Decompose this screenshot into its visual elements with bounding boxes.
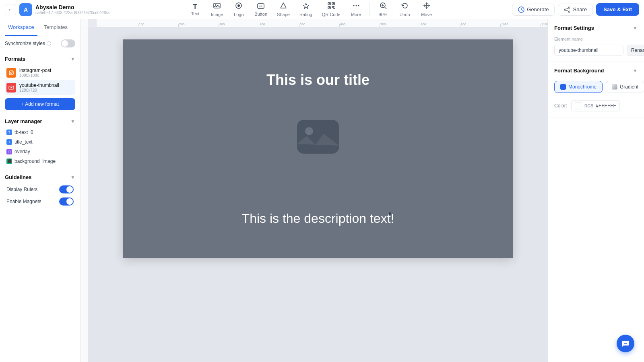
- ruler-line-1100: [541, 24, 541, 27]
- format-instagram[interactable]: instagram-post 1080x1080: [5, 65, 75, 80]
- format-settings-header[interactable]: Format Settings ▼: [548, 19, 644, 37]
- svg-point-16: [353, 5, 354, 6]
- layers-header[interactable]: Layer manager ▼: [5, 118, 75, 124]
- topbar-right: Generate Share Save & Exit: [512, 3, 639, 16]
- color-label: Color:: [554, 103, 567, 109]
- format-settings-section: Format Settings ▼ Element name Rename: [548, 19, 644, 62]
- ruler-line-1000: [500, 24, 501, 27]
- layer-background-image[interactable]: ⬛ background_image: [5, 156, 75, 166]
- chat-fab-button[interactable]: [617, 335, 634, 352]
- ruler-line-600: [339, 24, 340, 27]
- main-area: Workspace Templates Synchronize styles ⓘ…: [0, 19, 644, 362]
- color-preview-box[interactable]: RGB #FFFFFF: [571, 100, 620, 111]
- layer-tb-text-0[interactable]: T tb-text_0: [5, 128, 75, 137]
- move-icon: [423, 2, 430, 11]
- instagram-format-icon: [6, 68, 16, 78]
- bg-type-gradient[interactable]: Gradient: [606, 81, 644, 93]
- youtube-format-icon: [6, 83, 16, 93]
- ruler-mark-100: 100: [139, 23, 144, 26]
- canvas-scroll[interactable]: This is our title This is the descriptio…: [89, 27, 547, 362]
- ruler-corner: [80, 19, 89, 27]
- layers-title: Layer manager: [5, 118, 42, 124]
- format-youtube[interactable]: youtube-thumbnail 1280x720: [5, 80, 75, 95]
- svg-rect-9: [329, 3, 330, 4]
- guidelines-header[interactable]: Guidelines ▼: [5, 174, 75, 180]
- sidebar-left: Workspace Templates Synchronize styles ⓘ…: [0, 19, 80, 362]
- qrcode-icon: [328, 2, 335, 11]
- save-exit-button[interactable]: Save & Exit: [596, 3, 639, 16]
- layer-dot-tb-text-0: T: [6, 130, 12, 135]
- toolbar-text-label: Text: [191, 11, 199, 16]
- format-instagram-label: instagram-post 1080x1080: [19, 68, 51, 78]
- share-button[interactable]: Share: [558, 4, 593, 16]
- tab-workspace[interactable]: Workspace: [5, 19, 37, 36]
- svg-point-37: [625, 343, 626, 344]
- toolbar-undo[interactable]: Undo: [395, 0, 415, 19]
- svg-point-26: [564, 9, 566, 10]
- canvas-description-text[interactable]: This is the description text!: [123, 211, 513, 226]
- toolbar-button[interactable]: Button: [250, 1, 271, 18]
- toolbar-qrcode[interactable]: QR Code: [318, 0, 345, 19]
- format-background-header[interactable]: Format Background ▼: [548, 62, 644, 79]
- layer-overlay[interactable]: ◻ overlay: [5, 147, 75, 156]
- ruler-line-200: [178, 24, 179, 27]
- bg-type-monochrome[interactable]: Monochrome: [554, 81, 603, 93]
- app-title-block: Abysale Demo ca6eb617-6f03-422a-8002-062…: [35, 4, 109, 15]
- topbar: ← A Abysale Demo ca6eb617-6f03-422a-8002…: [0, 0, 644, 19]
- svg-point-18: [358, 5, 359, 6]
- add-format-button[interactable]: + Add new format: [5, 98, 75, 110]
- app-title-sub: ca6eb617-6f03-422a-8002-0620cdc4f48a: [35, 10, 109, 15]
- app-title-main: Abysale Demo: [35, 4, 109, 10]
- formats-section: Formats ▼ instagram-post 1080x1080 youtu…: [0, 51, 80, 113]
- svg-line-27: [566, 8, 568, 9]
- display-rulers-toggle[interactable]: [59, 185, 74, 193]
- toolbar-rating[interactable]: Rating: [295, 0, 316, 19]
- svg-rect-0: [214, 3, 220, 8]
- toolbar-zoom[interactable]: 90%: [373, 0, 393, 19]
- sync-styles-toggle[interactable]: [61, 39, 75, 47]
- toolbar-image[interactable]: Image: [207, 0, 227, 19]
- element-name-input[interactable]: [554, 45, 623, 56]
- rating-icon: [302, 2, 310, 11]
- format-youtube-label: youtube-thumbnail 1280x720: [19, 82, 59, 93]
- layer-dot-title-text: T: [6, 139, 12, 145]
- formats-chevron: ▼: [70, 56, 75, 62]
- tab-templates[interactable]: Templates: [41, 19, 71, 36]
- svg-rect-34: [297, 120, 339, 154]
- canvas-title-text[interactable]: This is our title: [123, 72, 513, 88]
- layers-chevron: ▼: [70, 119, 75, 124]
- button-icon: [257, 2, 264, 11]
- toolbar-move[interactable]: Move: [417, 0, 437, 19]
- enable-magnets-row: Enable Magnets: [5, 195, 75, 208]
- bg-type-row: Monochrome Gradient: [548, 79, 644, 99]
- toolbar-more[interactable]: More: [346, 0, 366, 19]
- layer-title-text-label: title_text: [14, 139, 33, 145]
- svg-line-28: [566, 10, 568, 11]
- layer-title-text[interactable]: T title_text: [5, 137, 75, 147]
- color-type-badge: RGB: [584, 104, 593, 108]
- toolbar-shape[interactable]: Shape: [273, 0, 294, 19]
- rename-button[interactable]: Rename: [627, 45, 644, 56]
- layer-dot-bg-image: ⬛: [6, 158, 12, 164]
- generate-button[interactable]: Generate: [512, 4, 555, 16]
- sync-styles-label: Synchronize styles ⓘ: [5, 41, 51, 47]
- canvas-image-placeholder: [294, 117, 342, 157]
- ruler-line-800: [420, 24, 420, 27]
- image-icon: [213, 2, 221, 11]
- canvas-frame[interactable]: This is our title This is the descriptio…: [123, 39, 513, 258]
- ruler-mark-1100: 1100: [541, 23, 547, 26]
- color-swatch: [575, 102, 582, 109]
- toolbar-shape-label: Shape: [277, 12, 290, 17]
- toolbar-text[interactable]: T Text: [185, 2, 205, 18]
- toolbar-button-label: Button: [254, 12, 267, 16]
- app-icon: A: [19, 3, 32, 16]
- enable-magnets-toggle[interactable]: [59, 197, 74, 206]
- layer-background-image-label: background_image: [14, 158, 56, 164]
- back-button[interactable]: ←: [5, 4, 16, 15]
- svg-point-17: [355, 5, 357, 6]
- toolbar-logo[interactable]: Logo: [229, 0, 249, 19]
- ruler-mark-300: 300: [219, 23, 225, 26]
- color-row: Color: RGB #FFFFFF: [548, 99, 644, 117]
- ruler-line-900: [460, 24, 460, 27]
- formats-header[interactable]: Formats ▼: [5, 56, 75, 62]
